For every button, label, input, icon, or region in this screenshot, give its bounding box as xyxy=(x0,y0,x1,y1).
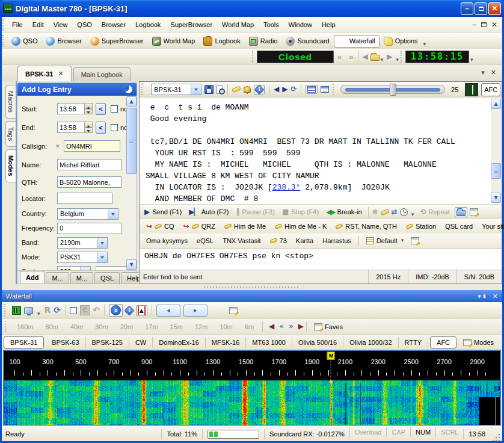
next-qso-icon[interactable]: ▶ xyxy=(282,85,287,94)
macro-qrz[interactable]: ↪QRZ xyxy=(180,221,218,232)
macro-him-de-me-k[interactable]: Him de Me - K xyxy=(272,222,330,231)
waterfall-button[interactable]: Waterfall xyxy=(334,35,380,48)
log-entry-header[interactable]: Add Log Entry xyxy=(17,83,137,96)
locator-input[interactable] xyxy=(57,193,112,204)
band-10m[interactable]: 10m xyxy=(214,322,238,332)
record-icon[interactable]: R xyxy=(45,306,51,315)
save-icon[interactable] xyxy=(204,85,214,94)
pin-icon[interactable] xyxy=(483,294,486,299)
dropdown-icon[interactable] xyxy=(191,84,201,94)
squelch-slider[interactable] xyxy=(340,85,445,94)
side-tab-tags[interactable]: Tags xyxy=(5,121,16,147)
macro-73[interactable]: 73 xyxy=(267,236,290,246)
macro-eqsl[interactable]: eQSL xyxy=(194,236,217,246)
waterfall-options-icon[interactable] xyxy=(229,307,238,314)
country-select[interactable]: Belgium xyxy=(57,208,118,220)
repeat-button[interactable]: ⟲Repeat xyxy=(417,206,452,218)
rx-scrollbar[interactable]: ▲ ▼ xyxy=(491,99,501,203)
info-toggle[interactable] xyxy=(254,85,265,94)
maximize-button[interactable] xyxy=(475,2,487,15)
shift-left-button[interactable]: ◂ xyxy=(156,305,180,317)
radio-button[interactable]: Radio xyxy=(245,35,282,48)
mdi-restore-icon[interactable] xyxy=(481,22,487,27)
zoom-toggle[interactable] xyxy=(109,304,123,317)
scroll-up-icon[interactable]: ▲ xyxy=(491,99,501,109)
menu-edit[interactable]: Edit xyxy=(28,19,49,31)
end-time-input[interactable]: 13:58 xyxy=(57,122,85,133)
callsign-input[interactable]: ON4MRI xyxy=(64,140,120,152)
end-time-spinner[interactable] xyxy=(84,122,93,133)
band-select[interactable]: 2190m xyxy=(57,237,108,249)
auto-button[interactable]: ▶▏Auto (F2) xyxy=(186,206,231,218)
name-input[interactable]: Michel Rifflart xyxy=(57,159,121,170)
layout-split-toggle[interactable] xyxy=(306,85,318,94)
macro-qsl-card[interactable]: QSL card xyxy=(442,222,476,231)
toolbar-grip[interactable] xyxy=(333,84,336,95)
horizontal-splitter[interactable] xyxy=(2,284,502,290)
scrollbar-thumb[interactable] xyxy=(491,163,501,179)
menu-superbrowser[interactable]: SuperBrowser xyxy=(165,19,217,31)
collapse-panel-icon[interactable] xyxy=(124,85,132,93)
macro-options-icon[interactable] xyxy=(411,237,419,244)
logbook-button[interactable]: Logbook xyxy=(199,35,244,48)
worldmap-button[interactable]: World Map xyxy=(148,35,200,48)
clock-dropdown-icon[interactable]: ▾ xyxy=(470,57,473,64)
menu-view[interactable]: View xyxy=(49,19,73,31)
send-options-icon[interactable] xyxy=(470,208,478,215)
refresh-icon[interactable]: ⟳ xyxy=(54,306,61,315)
frequency-scale[interactable]: 1003005007009001100130015001700190021002… xyxy=(4,351,500,380)
waterfall-caption[interactable]: Waterfall ▾ ✕ xyxy=(2,290,502,302)
slider-thumb[interactable] xyxy=(390,84,396,96)
wf-mode-bpsk-31[interactable]: BPSK-31 xyxy=(4,336,44,349)
macro-set-dropdown-icon[interactable]: ▾ xyxy=(401,237,404,245)
document-tab-bpsk-31[interactable]: BPSK-31✕ xyxy=(17,66,72,81)
tx-abort-icon[interactable]: ⊗ xyxy=(372,208,378,217)
band-20m[interactable]: 20m xyxy=(114,322,139,332)
band-up-icon[interactable]: ▶ xyxy=(298,322,304,331)
stop-button[interactable]: ■Stop (F4) xyxy=(280,206,321,218)
toolbar-grip[interactable] xyxy=(4,304,8,317)
browser-button[interactable]: Browser xyxy=(41,35,85,48)
spectrogram[interactable] xyxy=(4,380,500,425)
tab-list-icon[interactable]: ▾ xyxy=(481,69,485,76)
macro-tnx-vastasit[interactable]: TNX Vastasit xyxy=(220,236,263,246)
end-copy-button[interactable]: < xyxy=(96,122,106,134)
side-tab-modes[interactable]: Modes xyxy=(5,149,16,182)
prev-favourite-icon[interactable]: ◀ xyxy=(360,52,370,61)
menu-logbook[interactable]: Logbook xyxy=(131,19,165,31)
menu-file[interactable]: File xyxy=(7,19,28,31)
history-back-icon[interactable]: « xyxy=(334,52,345,61)
panel-close-icon[interactable]: ✕ xyxy=(493,293,498,300)
form-tab-add[interactable]: Add xyxy=(20,271,45,283)
band-30m[interactable]: 30m xyxy=(89,322,114,332)
sent-extra-input[interactable] xyxy=(96,266,127,271)
macro-him-de-me[interactable]: Him de Me xyxy=(221,222,269,231)
info-icon[interactable] xyxy=(124,305,134,315)
minimize-button[interactable]: – xyxy=(461,2,473,15)
favourites-dropdown-icon[interactable]: ▾ xyxy=(381,57,384,64)
menu-tools[interactable]: Tools xyxy=(259,19,284,31)
macro-station[interactable]: Station xyxy=(403,222,439,231)
tab-close-icon[interactable]: ✕ xyxy=(58,70,63,78)
scrollbar-thumb[interactable] xyxy=(126,108,137,174)
menu-world-map[interactable]: World Map xyxy=(217,19,259,31)
display-mode-icon[interactable] xyxy=(24,307,33,314)
break-in-button[interactable]: ◀▶Break-in xyxy=(324,206,364,218)
next-favourite-icon[interactable]: ▶ xyxy=(384,52,395,61)
scroll-down-icon[interactable]: ▼ xyxy=(126,259,137,270)
wf-mode-olivia-500-16[interactable]: Olivia 500/16 xyxy=(292,337,343,348)
clear-text-icon[interactable] xyxy=(232,85,241,93)
form-tab-m[interactable]: M... xyxy=(70,272,93,283)
frequency-input[interactable]: 0 xyxy=(57,223,121,234)
menu-help[interactable]: Help xyxy=(317,19,340,31)
dropdown-icon[interactable] xyxy=(97,238,107,248)
start-now-checkbox[interactable] xyxy=(111,105,118,113)
band-scroll-right-icon[interactable]: » xyxy=(285,322,297,331)
marker-box[interactable]: M xyxy=(327,352,335,360)
band-17m[interactable]: 17m xyxy=(139,322,164,332)
side-tab-macros[interactable]: Macros xyxy=(5,85,16,119)
band-40m[interactable]: 40m xyxy=(64,322,89,332)
pause-button[interactable]: ‖Pause (F3) xyxy=(233,206,277,218)
document-tab-main-logbook[interactable]: Main Logbook xyxy=(73,67,131,81)
band-scroll-left-icon[interactable]: « xyxy=(279,322,284,331)
